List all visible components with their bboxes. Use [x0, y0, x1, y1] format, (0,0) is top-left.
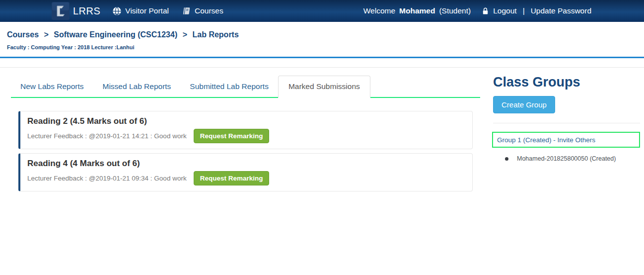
class-groups-panel: Class Groups Create Group Group 1 (Creat…	[493, 68, 640, 162]
brand[interactable]: LRRS	[52, 2, 100, 20]
sidebar-divider	[493, 123, 640, 123]
request-remarking-button[interactable]: Request Remarking	[194, 129, 270, 143]
group-invite-link[interactable]: Group 1 (Created) - Invite Others	[497, 136, 595, 144]
globe-icon	[112, 6, 122, 16]
tab-new-labs-reports[interactable]: New Labs Reports	[11, 76, 93, 97]
lrrs-logo-icon	[52, 2, 70, 20]
nav-item-label: Visitor Portal	[125, 6, 169, 15]
breadcrumb: Courses > Software Engineering (CSC1234)…	[7, 30, 637, 39]
book-icon	[182, 6, 191, 15]
lock-icon	[482, 7, 489, 15]
lecturer-feedback: Lecturer Feedback : @2019-01-21 09:34 : …	[27, 175, 187, 182]
breadcrumb-separator: >	[44, 30, 48, 39]
top-navbar: LRRS Visitor Portal	[0, 0, 644, 22]
group-box: Group 1 (Created) - Invite Others	[492, 132, 640, 148]
nav-item-courses[interactable]: Courses	[182, 6, 223, 15]
update-password-link[interactable]: Update Password	[531, 6, 591, 15]
create-group-button[interactable]: Create Group	[493, 96, 555, 113]
request-remarking-button[interactable]: Request Remarking	[194, 171, 270, 185]
tab-submitted-lab-reports[interactable]: Submitted Lab Reports	[180, 76, 278, 97]
blue-divider	[0, 57, 644, 58]
marked-report-card: Reading 4 (4 Marks out of 6) Lecturer Fe…	[18, 153, 473, 191]
report-title: Reading 4 (4 Marks out of 6)	[27, 158, 465, 169]
group-member-item: Mohamed-201825800050 (Created)	[493, 155, 640, 162]
course-meta: Faculty : Computing Year : 2018 Lecturer…	[7, 44, 637, 50]
tab-missed-lab-reports[interactable]: Missed Lab Reports	[93, 76, 181, 97]
breadcrumb-lab-reports[interactable]: Lab Reports	[192, 30, 238, 39]
bullet-icon	[505, 157, 508, 161]
breadcrumb-separator: >	[183, 30, 187, 39]
report-title: Reading 2 (4.5 Marks out of 6)	[27, 116, 465, 127]
class-groups-title: Class Groups	[493, 75, 640, 90]
marked-report-card: Reading 2 (4.5 Marks out of 6) Lecturer …	[18, 111, 473, 149]
brand-title: LRRS	[73, 5, 100, 17]
user-role: (Student)	[439, 6, 471, 15]
tab-marked-submissions[interactable]: Marked Submissions	[278, 76, 370, 98]
nav-separator: |	[523, 6, 525, 15]
lecturer-feedback: Lecturer Feedback : @2019-01-21 14:21 : …	[27, 132, 187, 140]
page-header: Courses > Software Engineering (CSC1234)…	[0, 22, 644, 50]
breadcrumb-courses[interactable]: Courses	[7, 30, 39, 39]
nav-item-visitor-portal[interactable]: Visitor Portal	[112, 6, 169, 16]
group-member-name: Mohamed-201825800050 (Created)	[517, 155, 616, 162]
nav-item-label: Courses	[195, 6, 223, 15]
breadcrumb-course-name[interactable]: Software Engineering (CSC1234)	[54, 30, 177, 39]
main-column: New Labs Reports Missed Lab Reports Subm…	[11, 68, 480, 191]
username: Mohamed	[399, 6, 435, 15]
logout-link[interactable]: Logout	[493, 6, 516, 15]
welcome-text: Welcome	[363, 6, 395, 15]
tab-strip: New Labs Reports Missed Lab Reports Subm…	[11, 76, 480, 98]
